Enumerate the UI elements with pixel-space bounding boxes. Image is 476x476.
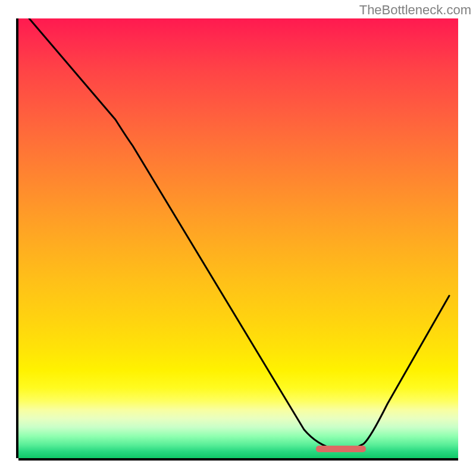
attribution-label: TheBottleneck.com [359,2,471,18]
optimal-marker [316,446,366,452]
bottleneck-curve [18,18,458,458]
y-axis [16,18,18,458]
x-axis [18,458,458,461]
plot-area [18,18,458,458]
chart-container: TheBottleneck.com [0,0,476,476]
